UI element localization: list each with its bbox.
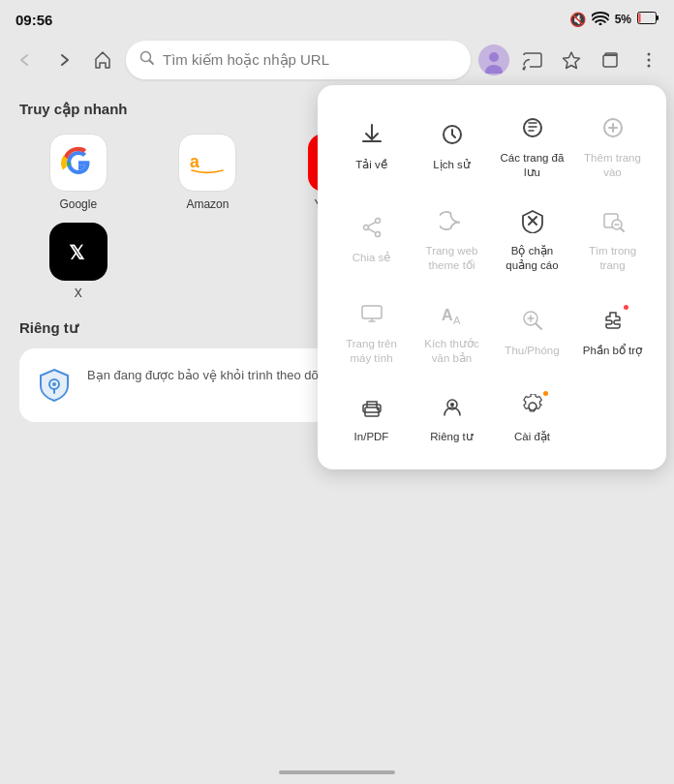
menu-item-dark-theme[interactable]: Trang web theme tối <box>414 194 490 283</box>
textsize-icon: AA <box>435 296 470 331</box>
zoom-icon <box>515 303 550 338</box>
saved-pages-icon <box>515 110 550 145</box>
extensions-icon <box>596 303 630 338</box>
svg-point-6 <box>489 52 499 62</box>
svg-marker-9 <box>564 52 580 69</box>
history-icon <box>435 117 470 152</box>
svg-text:𝕏: 𝕏 <box>69 242 85 263</box>
adblock-icon <box>515 203 550 238</box>
home-button[interactable] <box>87 45 118 75</box>
svg-point-13 <box>648 65 651 68</box>
menu-item-adblock[interactable]: Bộ chặn quảng cáo <box>494 194 570 283</box>
menu-item-print[interactable]: In/PDF <box>333 379 410 454</box>
menu-label-history: Lịch sử <box>433 158 471 172</box>
find-icon <box>596 203 630 238</box>
menu-label-settings: Cài đặt <box>514 430 550 444</box>
menu-item-zoom[interactable]: Thu/Phóng <box>494 286 570 376</box>
menu-label-adblock: Bộ chặn quảng cáo <box>498 244 567 273</box>
menu-item-settings[interactable]: Cài đặt <box>494 379 570 454</box>
quick-label-amazon: Amazon <box>186 197 229 211</box>
download-icon <box>354 117 389 152</box>
svg-text:A: A <box>442 307 453 323</box>
quick-item-amazon[interactable]: a Amazon <box>149 134 267 211</box>
search-placeholder: Tìm kiếm hoặc nhập URL <box>163 51 457 69</box>
menu-button[interactable] <box>633 45 664 75</box>
settings-badge <box>541 389 550 398</box>
menu-item-private[interactable]: Riêng tư <box>414 379 490 454</box>
quick-label-x: X <box>75 286 82 300</box>
svg-line-51 <box>536 324 541 330</box>
svg-line-37 <box>368 223 376 226</box>
battery-level: 5% <box>615 13 631 26</box>
desktop-icon <box>354 296 389 331</box>
menu-item-find[interactable]: Tìm trong trang <box>574 194 651 283</box>
profile-avatar[interactable] <box>478 45 509 75</box>
svg-text:A: A <box>453 315 461 326</box>
svg-point-28 <box>52 382 56 386</box>
battery-icon <box>637 12 659 27</box>
menu-label-print: In/PDF <box>354 430 389 444</box>
svg-line-4 <box>150 61 154 65</box>
bottom-handle <box>279 770 395 774</box>
svg-line-43 <box>620 227 624 231</box>
menu-item-history[interactable]: Lịch sử <box>414 101 490 190</box>
menu-item-desktop[interactable]: Trang trên máy tính <box>333 286 410 376</box>
print-icon <box>354 389 389 424</box>
share-icon <box>354 210 389 245</box>
menu-label-share: Chia sẻ <box>352 251 391 265</box>
search-icon <box>139 50 155 70</box>
dropdown-menu: Tải về Lịch sử Các trang đã lưu Thêm tra… <box>318 85 666 469</box>
star-button[interactable] <box>556 45 587 75</box>
cast-button[interactable] <box>517 45 548 75</box>
menu-item-extensions[interactable]: Phần bổ trợ <box>574 286 651 376</box>
search-bar[interactable]: Tìm kiếm hoặc nhập URL <box>126 41 471 79</box>
menu-label-dark-theme: Trang web theme tối <box>417 244 486 273</box>
settings-icon <box>515 389 550 424</box>
menu-label-saved: Các trang đã lưu <box>498 151 567 180</box>
svg-point-35 <box>363 226 368 230</box>
menu-label-private: Riêng tư <box>430 430 473 444</box>
quick-item-x[interactable]: 𝕏 X <box>19 223 138 300</box>
menu-label-find: Tìm trong trang <box>578 244 647 273</box>
add-page-icon <box>596 110 630 145</box>
forward-button[interactable] <box>48 45 79 75</box>
svg-line-38 <box>368 229 376 233</box>
tabs-button[interactable] <box>595 45 626 75</box>
svg-rect-1 <box>657 15 659 20</box>
private-icon <box>435 389 470 424</box>
menu-label-zoom: Thu/Phóng <box>505 344 559 358</box>
svg-rect-45 <box>362 306 382 318</box>
status-bar: 09:56 🔇 5% <box>0 0 674 35</box>
menu-label-extensions: Phần bổ trợ <box>583 344 642 358</box>
menu-item-saved[interactable]: Các trang đã lưu <box>494 101 570 190</box>
browser-toolbar: Tìm kiếm hoặc nhập URL <box>0 35 674 85</box>
svg-point-11 <box>648 53 651 56</box>
menu-item-download[interactable]: Tải về <box>333 101 410 190</box>
status-icons: 🔇 5% <box>569 12 659 28</box>
google-icon <box>49 134 107 192</box>
menu-grid: Tải về Lịch sử Các trang đã lưu Thêm tra… <box>333 101 651 454</box>
svg-point-30 <box>524 119 541 136</box>
back-button[interactable] <box>10 45 41 75</box>
svg-text:a: a <box>190 152 199 171</box>
svg-point-8 <box>523 68 526 71</box>
svg-rect-2 <box>639 14 641 23</box>
mute-icon: 🔇 <box>569 12 586 27</box>
private-shield-icon <box>35 366 74 405</box>
menu-item-share[interactable]: Chia sẻ <box>333 194 410 283</box>
wifi-icon <box>592 12 609 28</box>
menu-label-textsize: Kích thước văn bản <box>417 337 486 366</box>
svg-rect-10 <box>603 55 617 67</box>
menu-label-desktop: Trang trên máy tính <box>337 337 406 366</box>
extensions-badge <box>622 303 630 312</box>
menu-label-download: Tải về <box>355 158 387 172</box>
svg-point-12 <box>648 59 651 62</box>
amazon-icon: a <box>178 134 236 192</box>
x-icon: 𝕏 <box>49 223 107 281</box>
menu-item-textsize[interactable]: AA Kích thước văn bản <box>414 286 490 376</box>
svg-point-58 <box>450 403 454 407</box>
menu-item-add-page[interactable]: Thêm trang vào <box>574 101 651 190</box>
menu-label-add-page: Thêm trang vào <box>578 151 647 180</box>
quick-item-google[interactable]: Google <box>19 134 138 211</box>
svg-point-56 <box>376 407 378 409</box>
